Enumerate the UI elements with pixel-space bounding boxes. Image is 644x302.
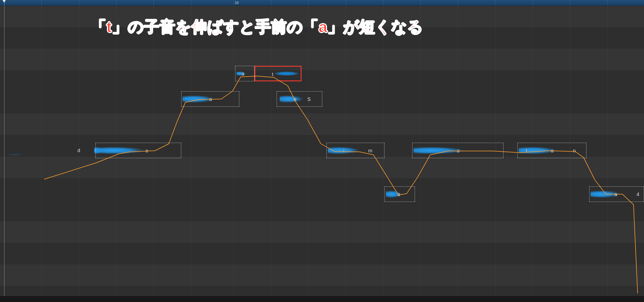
phoneme-label: a <box>397 192 400 197</box>
note-eS[interactable]: eS <box>277 91 322 107</box>
ruler-tick <box>570 0 570 6</box>
ruler-tick <box>533 0 533 6</box>
audio-waveform <box>183 95 238 103</box>
pitch-lane[interactable] <box>0 200 644 222</box>
audio-waveform <box>591 190 643 198</box>
audio-waveform <box>414 146 502 155</box>
grid-line <box>308 6 309 296</box>
audio-waveform <box>280 95 321 103</box>
ruler-tick <box>420 0 421 6</box>
pitch-lane[interactable] <box>0 70 644 92</box>
grid-line <box>41 6 42 296</box>
audio-waveform <box>256 71 300 76</box>
note-a1[interactable]: a <box>181 91 239 107</box>
annotation-text: 「t」の子音を伸ばすと手前の「a」が短くなる <box>91 17 423 38</box>
audio-waveform <box>519 146 585 155</box>
pitch-lane[interactable] <box>0 113 644 135</box>
phoneme-label: e <box>146 148 148 154</box>
audio-waveform <box>386 190 414 198</box>
pitch-lane[interactable] <box>0 157 644 178</box>
phoneme-label: a <box>614 192 617 197</box>
pitch-lane[interactable] <box>0 243 644 265</box>
phoneme-label: a <box>551 148 554 154</box>
phoneme-label: a <box>209 97 212 102</box>
ruler-tick <box>495 0 495 6</box>
phoneme-label: m <box>368 148 372 154</box>
ruler-tick <box>234 0 234 6</box>
phoneme-label: 4 <box>637 192 639 197</box>
phoneme-label: t <box>526 148 527 154</box>
pitch-lane[interactable] <box>0 49 644 71</box>
note-a4[interactable]: a <box>412 143 503 158</box>
grid-line <box>234 6 234 296</box>
grid-line <box>191 6 191 296</box>
timeline-ruler[interactable]: 10 <box>0 0 644 6</box>
playhead-icon[interactable] <box>2 0 6 3</box>
note-a5[interactable]: a4 <box>589 186 644 202</box>
phoneme-label: t <box>272 72 273 77</box>
ruler-marker-label: 10 <box>234 1 238 5</box>
phoneme-label: S <box>307 97 311 102</box>
ruler-tick <box>271 0 271 6</box>
note-a2[interactable]: a <box>235 66 255 81</box>
ruler-tick <box>41 0 42 6</box>
audio-waveform <box>237 71 253 76</box>
ruler-tick <box>116 0 116 6</box>
audio-waveform <box>328 146 383 155</box>
vocal-editor-viewport: 10 deaateSimaatana4 「t」の子音を伸ばすと手前の「a」が短く… <box>0 0 644 302</box>
playhead-line <box>4 0 4 302</box>
pitch-lane[interactable] <box>0 178 644 200</box>
ruler-tick <box>607 0 607 6</box>
ruler-tick <box>308 0 309 6</box>
phoneme-label: a <box>457 148 459 154</box>
bottom-transport-strip[interactable] <box>0 296 644 302</box>
audio-waveform <box>6 153 25 156</box>
phoneme-label: d <box>77 148 80 153</box>
note-e1[interactable]: e <box>95 143 181 158</box>
ruler-tick <box>79 0 79 6</box>
note-tan[interactable]: tan <box>517 143 586 158</box>
ruler-tick <box>154 0 154 6</box>
grid-line <box>271 6 271 296</box>
grid-line <box>607 6 607 296</box>
phoneme-label: a <box>242 71 244 77</box>
phoneme-label: n <box>573 148 576 154</box>
note-t[interactable]: t <box>255 66 302 81</box>
note-im[interactable]: im <box>326 143 385 158</box>
ruler-tick <box>458 0 458 6</box>
ruler-tick <box>191 0 191 6</box>
phoneme-label: i <box>343 148 344 154</box>
audio-waveform <box>97 146 180 155</box>
pitch-lane[interactable] <box>0 221 644 243</box>
note-a3[interactable]: a <box>385 186 415 202</box>
ruler-tick <box>346 0 346 6</box>
phoneme-label: e <box>294 97 296 102</box>
pitch-lane[interactable] <box>0 264 644 286</box>
ruler-tick <box>383 0 383 6</box>
